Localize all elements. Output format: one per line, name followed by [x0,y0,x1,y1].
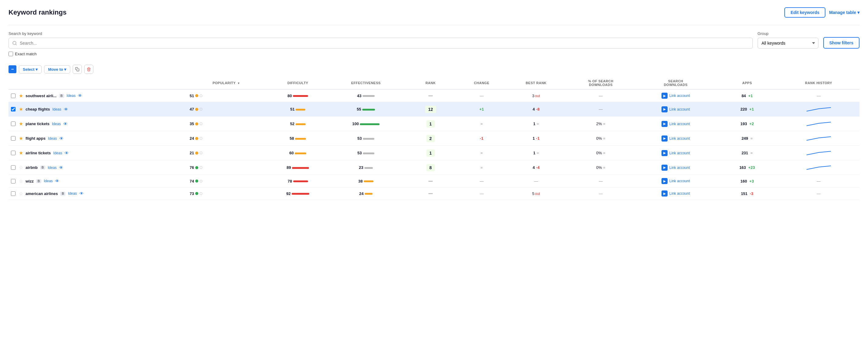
tag-ideas[interactable]: Ideas [68,191,76,195]
change-cell: = [458,161,505,175]
best-rank-change: -4 [536,165,540,170]
trend-chart-icon[interactable]: ⬡ [199,94,203,98]
row-checkbox-1[interactable] [11,94,16,98]
effectiveness-value: 24 [359,191,364,196]
popularity-cell: 74 ⬡ [186,175,267,187]
show-filters-button[interactable]: Show filters [823,37,860,48]
chevron-down-icon: ▾ [857,10,860,15]
link-account-button[interactable]: Link account [670,179,690,183]
rank-history-chart [807,134,831,142]
popularity-value: 76 [187,165,194,170]
th-best-rank[interactable]: Best Rank [505,77,567,89]
pct-value: 0% [596,151,602,155]
eye-icon[interactable]: 👁 [80,191,84,196]
tag-ideas[interactable]: Ideas [53,151,62,155]
edit-keywords-button[interactable]: Edit keywords [784,7,826,17]
th-apps[interactable]: Apps [717,77,778,89]
move-to-button[interactable]: Move to ▾ [44,65,70,73]
row-checkbox-4[interactable] [11,136,16,141]
apps-cell: 231 = [717,146,778,161]
out-label: out [535,192,540,196]
pct-search-dl-cell: 0% = [567,131,635,146]
th-rank-history[interactable]: Rank History [778,77,860,89]
eye-icon[interactable]: 👁 [63,121,67,127]
apps-value: 84 [742,94,746,98]
sort-arrow-icon: ▼ [237,82,240,85]
pct-search-dl-cell: — [567,175,635,187]
eye-icon[interactable]: 👁 [59,136,64,141]
star-icon[interactable]: ☆ [19,178,23,184]
tag-ideas[interactable]: Ideas [52,122,61,126]
trend-chart-icon[interactable]: ⬡ [199,179,203,183]
select-button[interactable]: Select ▾ [19,65,42,73]
group-select[interactable]: All keywords [757,38,818,48]
link-account-button[interactable]: Link account [670,122,690,126]
th-effectiveness[interactable]: Effectiveness [329,77,403,89]
eye-icon[interactable]: 👁 [78,93,82,98]
search-dl-cell: ▶ Link account [635,146,717,161]
row-checkbox-2[interactable] [11,107,16,111]
trend-chart-icon[interactable]: ⬡ [199,107,203,111]
link-account-button[interactable]: Link account [670,94,690,98]
copy-button[interactable] [73,65,82,74]
tag-ideas[interactable]: Ideas [67,94,75,98]
star-icon[interactable]: ★ [19,150,23,156]
pct-value: — [599,94,603,98]
trend-chart-icon[interactable]: ⬡ [199,192,203,195]
star-icon[interactable]: ★ [19,93,23,99]
th-rank[interactable]: Rank [403,77,458,89]
manage-table-button[interactable]: Manage table ▾ [829,10,860,15]
trend-chart-icon[interactable]: ⬡ [199,166,203,170]
apps-change: +1 [748,94,753,98]
link-account-button[interactable]: Link account [670,166,690,170]
best-rank-value: 4 [532,107,535,111]
effectiveness-cell: 53 [329,131,403,146]
th-change[interactable]: Change [458,77,505,89]
delete-button[interactable] [84,65,93,74]
star-icon[interactable]: ★ [19,106,23,112]
trend-chart-icon[interactable]: ⬡ [199,136,203,140]
exact-match-checkbox[interactable] [8,51,13,56]
link-account-button[interactable]: Link account [670,136,690,141]
apps-change: +2 [749,121,754,126]
best-rank-cell: — [505,175,567,187]
popularity-value: 73 [187,191,194,196]
change-cell: — [458,187,505,200]
tag-ideas[interactable]: Ideas [44,179,53,183]
star-icon[interactable]: ★ [19,121,23,127]
eye-icon[interactable]: 👁 [64,151,69,155]
best-rank-value: 1 [533,151,535,155]
collapse-button[interactable]: − [8,65,17,73]
eye-icon[interactable]: 👁 [64,107,68,112]
difficulty-cell: 60 [267,146,329,161]
row-checkbox-8[interactable] [11,191,16,196]
keyword-name: airbnb [26,165,38,170]
star-icon[interactable]: ☆ [19,191,23,197]
row-checkbox-7[interactable] [11,179,16,183]
trend-chart-icon[interactable]: ⬡ [199,151,203,155]
link-account-button[interactable]: Link account [670,151,690,155]
row-checkbox-3[interactable] [11,121,16,126]
eye-icon[interactable]: 👁 [55,179,59,183]
search-input[interactable] [8,38,753,48]
trend-chart-icon[interactable]: ⬡ [199,122,203,126]
exact-match-label: Exact match [15,51,37,56]
th-popularity[interactable]: Popularity ▼ [186,77,267,89]
effectiveness-cell: 100 [329,117,403,131]
search-dl-cell: ▶ Link account [635,102,717,117]
eye-icon[interactable]: 👁 [59,165,63,170]
effectiveness-bar [364,180,373,182]
star-icon[interactable]: ☆ [19,165,23,170]
link-account-button[interactable]: Link account [670,107,690,111]
tag-ideas[interactable]: Ideas [52,107,61,111]
pct-eq: = [603,165,606,170]
tag-ideas[interactable]: Ideas [48,166,57,170]
th-difficulty[interactable]: Difficulty [267,77,329,89]
row-checkbox-5[interactable] [11,151,16,155]
link-account-button[interactable]: Link account [670,191,690,195]
table-row: ★plane ticketsIdeas👁 35 ⬡ 52 100 1=1=2% … [8,117,860,131]
star-icon[interactable]: ★ [19,136,23,141]
row-checkbox-6[interactable] [11,165,16,170]
tag-ideas[interactable]: Ideas [48,136,57,141]
difficulty-bar [292,193,309,195]
